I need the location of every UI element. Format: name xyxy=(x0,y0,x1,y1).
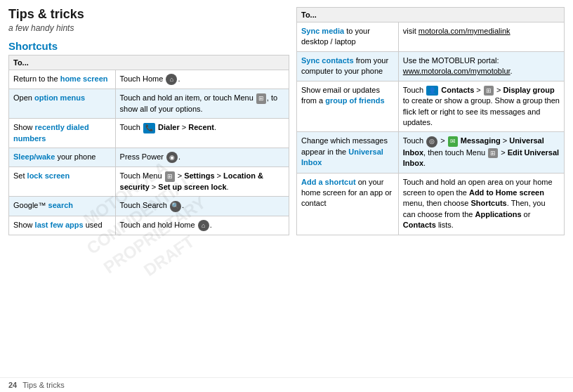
right-table-header: To... xyxy=(297,8,565,22)
key-term: Universal Inbox xyxy=(301,148,383,166)
menu-icon: ⊞ xyxy=(165,171,175,182)
shortcuts-heading: Shortcuts xyxy=(8,40,289,52)
shortcuts-table: To... Return to the home screen Touch Ho… xyxy=(8,55,289,235)
page-footer: 24 Tips & tricks xyxy=(0,377,573,392)
right-table: To... Sync media to your desktop / lapto… xyxy=(296,7,565,235)
table-row: Google™ search Touch Search 🔍. xyxy=(9,197,289,216)
page-subtitle: a few handy hints xyxy=(8,23,289,33)
action-description: Touch 👤 Contacts > ⊞ > Display group to … xyxy=(398,81,564,132)
action-label: Return to the home screen xyxy=(13,74,108,83)
table-row: Change which messages appear in the Univ… xyxy=(297,132,565,173)
search-icon: 🔍 xyxy=(170,201,181,212)
table-row: Show last few apps used Touch and hold H… xyxy=(9,216,289,235)
home-icon: ⌂ xyxy=(166,74,177,85)
link-text: motorola.com/mymedialink xyxy=(419,27,511,35)
table-row: Show recently dialed numbers Touch 📞 Dia… xyxy=(9,119,289,148)
key-term: Sleep/wake xyxy=(13,152,55,161)
key-term: Sync media xyxy=(301,27,344,35)
table-row: Set lock screen Touch Menu ⊞ > Settings … xyxy=(9,167,289,197)
key-term: Add a shortcut xyxy=(301,178,356,186)
table-row: Show email or updates from a group of fr… xyxy=(297,81,565,132)
table-row: Return to the home screen Touch Home ⌂. xyxy=(9,70,289,89)
key-term: search xyxy=(48,201,73,209)
action-description: Touch and hold an item, or touch Menu ⊞,… xyxy=(115,89,289,119)
page-title: Tips & tricks xyxy=(8,7,289,22)
key-term: group of friends xyxy=(325,96,384,105)
action-description: Touch Home ⌂. xyxy=(115,70,289,89)
messaging-icon: ◎ xyxy=(426,136,437,148)
table-row: Sync contacts from your computer to your… xyxy=(297,51,565,81)
footer-page-number: 24 xyxy=(8,381,17,389)
action-description: visit motorola.com/mymedialink xyxy=(398,22,564,52)
key-term: option menus xyxy=(34,93,85,102)
key-term: lock screen xyxy=(27,171,70,180)
power-icon: ◉ xyxy=(166,152,178,163)
table-row: Sleep/wake your phone Press Power ◉. xyxy=(9,148,289,167)
link-text: www.motorola.com/mymotoblur xyxy=(403,67,511,75)
key-term: home screen xyxy=(60,74,108,83)
contacts-icon: 👤 xyxy=(426,86,438,96)
action-description: Touch ◎ > ✉ Messaging > Universal Inbox,… xyxy=(398,132,564,173)
table-row: Open option menus Touch and hold an item… xyxy=(9,89,289,119)
action-description: Touch and hold Home ⌂. xyxy=(115,216,289,235)
key-term: last few apps xyxy=(35,221,84,229)
menu-icon: ⊞ xyxy=(488,148,498,159)
home-icon: ⌂ xyxy=(198,220,209,231)
menu-icon: ⊞ xyxy=(256,93,266,104)
action-description: Press Power ◉. xyxy=(115,148,289,167)
table-row: Add a shortcut on your home screen for a… xyxy=(297,173,565,235)
action-description: Touch Menu ⊞ > Settings > Location & sec… xyxy=(115,167,289,197)
left-column: Tips & tricks a few handy hints Shortcut… xyxy=(8,7,289,370)
dialer-icon: 📞 xyxy=(143,123,155,133)
left-table-header: To... xyxy=(9,55,289,70)
action-description: Touch and hold an open area on your home… xyxy=(398,173,564,235)
key-term: recently dialed numbers xyxy=(13,123,89,142)
msg-icon: ✉ xyxy=(448,136,458,147)
menu-icon: ⊞ xyxy=(484,86,494,96)
table-row: Sync media to your desktop / laptop visi… xyxy=(297,22,565,52)
footer-label: Tips & tricks xyxy=(22,381,65,389)
action-description: Touch 📞 Dialer > Recent. xyxy=(115,119,289,148)
key-term: Sync contacts xyxy=(301,56,354,65)
action-description: Use the MOTOBLUR portal: www.motorola.co… xyxy=(398,51,564,81)
action-description: Touch Search 🔍. xyxy=(115,197,289,216)
right-column: To... Sync media to your desktop / lapto… xyxy=(296,7,565,370)
